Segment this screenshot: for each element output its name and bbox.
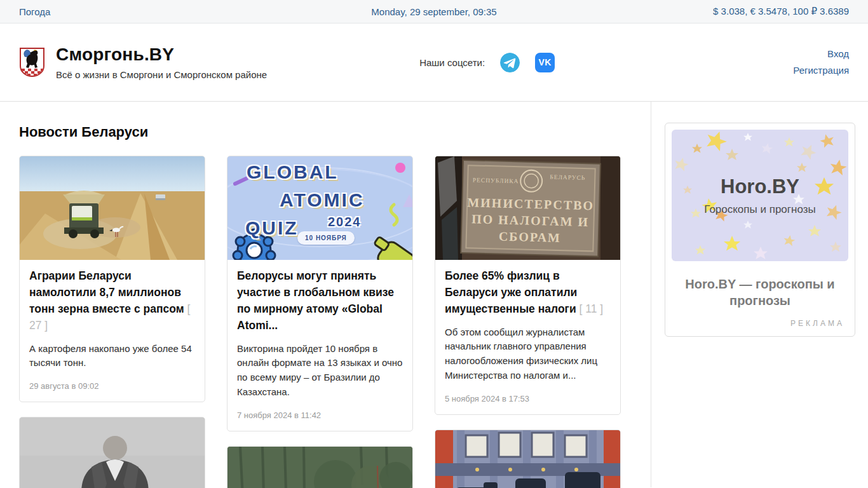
quiz-text-atomic: ATOMIC [280, 189, 365, 211]
quiz-text-quiz: QUIZ [245, 217, 299, 239]
main-content: Новости Беларуси [0, 102, 651, 487]
vk-icon[interactable]: VK [535, 53, 555, 72]
weather-link[interactable]: Погода [19, 6, 50, 17]
news-card[interactable] [227, 446, 413, 488]
news-title[interactable]: Аграрии Беларуси намолотили 8,7 миллионо… [29, 268, 195, 334]
site-logo-coat-of-arms[interactable] [19, 47, 45, 78]
ad-label: РЕКЛАМА [665, 314, 855, 336]
register-link[interactable]: Регистрация [793, 62, 849, 79]
ad-card-horoby[interactable]: Horo.BY Гороскопы и прогнозы Horo.BY — г… [665, 123, 855, 337]
news-title[interactable]: Белорусы могут принять участие в глобаль… [237, 268, 403, 334]
plaque-text-republic: РЕСПУБЛИКА [473, 177, 519, 184]
ad-image-subtitle: Гороскопы и прогнозы [672, 203, 848, 216]
login-link[interactable]: Вход [793, 46, 849, 62]
news-card[interactable]: РЕСПУБЛИКА БЕЛАРУСЬ МИНИСТЕРСТВО ПО НАЛО… [435, 156, 621, 415]
top-info-bar: Погода Monday, 29 september, 09:35 $ 3.0… [0, 0, 868, 24]
site-header: Сморгонь.BY Всё о жизни в Сморгони и Смо… [0, 24, 868, 102]
section-title: Новости Беларуси [19, 124, 632, 140]
sidebar: Horo.BY Гороскопы и прогнозы Horo.BY — г… [651, 102, 868, 487]
plaque-text-belarus: БЕЛАРУСЬ [550, 174, 585, 181]
site-tagline: Всё о жизни в Сморгони и Сморгонском рай… [56, 69, 267, 80]
news-image-portrait[interactable] [20, 417, 205, 488]
telegram-icon[interactable] [500, 53, 520, 72]
news-date: 29 августа в 09:02 [29, 381, 195, 391]
news-card[interactable] [435, 430, 621, 488]
news-card[interactable]: Аграрии Беларуси намолотили 8,7 миллионо… [19, 156, 205, 402]
brand-text: Сморгонь.BY Всё о жизни в Сморгони и Смо… [56, 44, 267, 80]
news-image-tax-ministry[interactable]: РЕСПУБЛИКА БЕЛАРУСЬ МИНИСТЕРСТВО ПО НАЛО… [435, 156, 620, 260]
quiz-text-year: 2024 [328, 215, 362, 229]
news-image-tv-cameras[interactable] [435, 430, 620, 488]
news-image-harvester[interactable] [20, 156, 205, 260]
ad-caption[interactable]: Horo.BY — гороскопы и прогнозы [665, 268, 855, 314]
currency-rates: $ 3.038, € 3.5478, 100 ₽ 3.6389 [713, 6, 849, 17]
ad-image-horoby[interactable]: Horo.BY Гороскопы и прогнозы [672, 130, 848, 261]
brand-block[interactable]: Сморгонь.BY Всё о жизни в Сморгони и Смо… [19, 44, 267, 80]
news-title[interactable]: Более 65% физлиц в Беларуси уже оплатили… [445, 268, 611, 318]
news-card[interactable] [19, 417, 205, 488]
auth-links: Вход Регистрация [793, 46, 849, 79]
news-date: 5 ноября 2024 в 17:53 [445, 394, 611, 403]
news-excerpt: А картофеля накопано уже более 54 тысячи… [29, 342, 195, 371]
news-excerpt: Об этом сообщил журналистам начальник гл… [445, 325, 611, 383]
news-image-atomic-quiz[interactable]: GLOBAL ATOMIC QUIZ 2024 10 НОЯБРЯ [227, 156, 412, 260]
news-image-forest[interactable] [227, 447, 412, 488]
news-date: 7 ноября 2024 в 11:42 [237, 410, 403, 420]
site-title[interactable]: Сморгонь.BY [56, 44, 267, 65]
socials-block: Наши соцсети: VK [419, 53, 555, 72]
news-excerpt: Викторина пройдет 10 ноября в онлайн фор… [237, 342, 403, 400]
plaque-text-duties: СБОРАМ [499, 229, 562, 245]
quiz-date-badge: 10 НОЯБРЯ [297, 231, 355, 245]
comment-count: [ 11 ] [580, 302, 604, 315]
datetime-text: Monday, 29 september, 09:35 [371, 6, 496, 17]
news-card[interactable]: GLOBAL ATOMIC QUIZ 2024 10 НОЯБРЯ Белору… [227, 156, 413, 431]
quiz-text-global: GLOBAL [247, 161, 339, 183]
ad-image-title: Horo.BY [672, 175, 848, 198]
socials-label: Наши соцсети: [419, 57, 485, 68]
